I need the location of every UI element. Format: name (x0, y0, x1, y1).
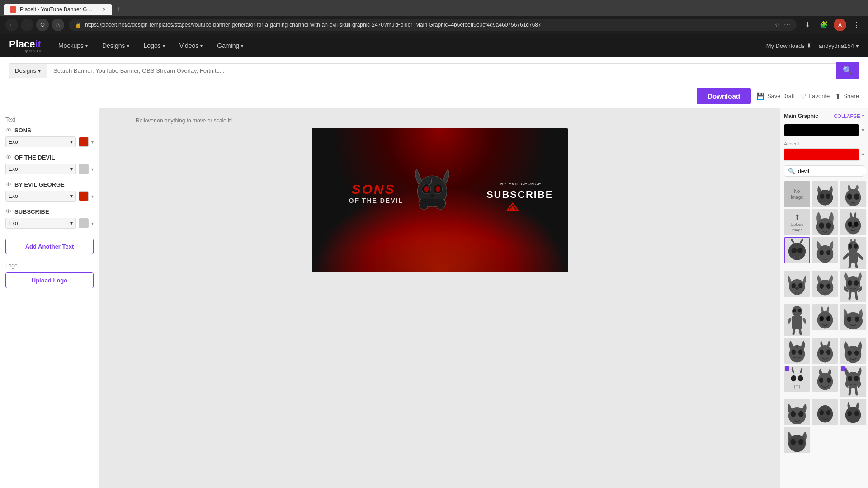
forward-button[interactable]: → (21, 19, 33, 31)
graphic-item-2[interactable] (840, 181, 866, 207)
favorite-button[interactable]: ♡ Favorite (800, 92, 830, 100)
nav-gaming[interactable]: Gaming ▾ (211, 38, 250, 53)
graphic-item-5[interactable] (784, 237, 810, 263)
save-draft-button[interactable]: 💾 Save Draft (756, 92, 795, 100)
graphic-item-23[interactable] (784, 427, 810, 453)
graphic-item-11[interactable] (784, 304, 810, 336)
svg-point-56 (792, 350, 796, 355)
graphic-item-1[interactable] (812, 181, 838, 207)
visibility-toggle-byevil[interactable]: 👁 (5, 181, 12, 188)
canvas-wrapper[interactable]: SONS OF THE DEVIL (312, 128, 568, 272)
new-tab-button[interactable]: + (112, 3, 126, 16)
visibility-toggle-devil[interactable]: 👁 (5, 154, 12, 161)
svg-point-49 (817, 311, 833, 328)
expand-subscribe[interactable]: ▾ (91, 221, 94, 226)
tab-title: Placeit - YouTube Banner Gene... (20, 6, 95, 13)
menu-icon[interactable]: ⋮ (850, 19, 863, 31)
graphic-item-3[interactable] (812, 209, 838, 235)
goat-skull-svg (786, 272, 808, 296)
share-button[interactable]: ⬆ Share (835, 92, 859, 100)
svg-point-53 (847, 317, 852, 322)
svg-point-30 (826, 250, 831, 256)
tab-close-btn[interactable]: × (103, 6, 106, 13)
back-button[interactable]: ← (5, 19, 18, 31)
user-menu-button[interactable]: andyydna154 ▾ (819, 42, 859, 49)
upload-logo-button[interactable]: Upload Logo (5, 272, 94, 288)
graphic-item-20[interactable] (784, 399, 810, 425)
graphic-item-21[interactable] (812, 399, 838, 425)
nav-videos[interactable]: Videos ▾ (173, 38, 209, 53)
color-swatch-sons[interactable] (79, 137, 89, 147)
logo-section-label: Logo (5, 263, 94, 269)
graphic-item-10[interactable] (840, 271, 866, 302)
graphic-no-image[interactable]: No Image (784, 181, 810, 207)
font-select-byevil[interactable]: Exo ▾ (5, 191, 76, 202)
font-select-subscribe[interactable]: Exo ▾ (5, 218, 76, 229)
font-select-sons[interactable]: Exo ▾ (5, 136, 76, 147)
expand-byevil[interactable]: ▾ (91, 194, 94, 199)
color-swatch-devil[interactable] (79, 164, 89, 174)
collapse-button[interactable]: COLLAPSE × (834, 113, 864, 119)
graphic-item-13[interactable] (840, 304, 866, 330)
address-bar[interactable]: 🔒 https://placeit.net/c/design-templates… (69, 19, 797, 31)
graphic-item-6[interactable] (812, 237, 838, 263)
graphic-item-18[interactable] (812, 366, 838, 392)
graphic-search-input[interactable] (798, 168, 866, 174)
banner-arrow[interactable] (506, 202, 519, 214)
svg-point-24 (851, 225, 855, 228)
svg-point-50 (820, 316, 824, 322)
graphic-item-8[interactable] (784, 271, 810, 297)
banner-sons-text[interactable]: SONS (352, 182, 396, 197)
visibility-toggle-subscribe[interactable]: 👁 (5, 208, 12, 215)
skull-svg (412, 164, 452, 223)
nav-mockups[interactable]: Mockups ▾ (52, 38, 94, 53)
banner-subscribe-text[interactable]: SUBSCRIBE (486, 189, 553, 201)
expand-devil[interactable]: ▾ (91, 167, 94, 172)
graphic-item-16[interactable] (840, 338, 866, 364)
svg-point-55 (789, 345, 805, 362)
graphic-item-15[interactable] (812, 338, 838, 364)
add-text-button[interactable]: Add Another Text (5, 239, 94, 254)
font-select-devil[interactable]: Exo ▾ (5, 164, 76, 174)
downloads-icon[interactable]: ⬇ (801, 19, 814, 31)
search-button[interactable]: 🔍 (836, 62, 859, 79)
logo[interactable]: Placeit by envato (9, 38, 41, 53)
graphic-item-17[interactable] (784, 366, 810, 392)
profile-icon[interactable]: A (834, 19, 846, 31)
extensions-icon[interactable]: ⋯ (784, 21, 790, 28)
expand-sons[interactable]: ▾ (91, 140, 94, 145)
active-tab[interactable]: Placeit - YouTube Banner Gene... × (4, 4, 112, 15)
nav-logos[interactable]: Logos ▾ (137, 38, 171, 53)
banner-devil-text[interactable]: OF THE DEVIL (349, 197, 403, 204)
accent-color-bar[interactable] (784, 148, 859, 161)
accent-color-dropdown[interactable]: ▾ (862, 151, 864, 158)
graphic-item-12[interactable] (812, 304, 838, 330)
banner-skull-graphic[interactable] (412, 164, 452, 225)
my-downloads-button[interactable]: My Downloads ⬇ (766, 42, 811, 49)
extensions-toolbar-icon[interactable]: 🧩 (817, 19, 830, 31)
graphic-item-9[interactable] (812, 271, 838, 297)
graphic-item-4[interactable] (840, 209, 866, 235)
svg-point-27 (797, 248, 803, 253)
main-color-dropdown[interactable]: ▾ (862, 127, 864, 133)
banner-byevil-text[interactable]: BY EVIL GEORGE (500, 182, 542, 186)
download-button[interactable]: Download (697, 88, 751, 104)
bookmark-icon[interactable]: ☆ (774, 21, 780, 28)
text-devil-value: OF THE DEVIL (14, 154, 94, 161)
nav-designs[interactable]: Designs ▾ (96, 38, 136, 53)
visibility-toggle-sons[interactable]: 👁 (5, 127, 12, 134)
graphic-item-7[interactable] (840, 237, 866, 269)
main-color-bar[interactable] (784, 124, 859, 136)
accent-color-row: Accent ▾ (784, 141, 864, 161)
graphic-item-19[interactable] (840, 366, 866, 397)
color-swatch-subscribe[interactable] (79, 218, 89, 228)
graphic-upload[interactable]: ⬆ Upload Image (784, 209, 810, 235)
graphic-item-14[interactable] (784, 338, 810, 364)
search-input[interactable] (47, 64, 836, 78)
browser-toolbar-right: ⬇ 🧩 A ⋮ (801, 19, 863, 31)
home-button[interactable]: ⌂ (52, 19, 64, 31)
color-swatch-byevil[interactable] (79, 191, 89, 201)
graphic-item-22[interactable] (840, 399, 866, 425)
search-type-select[interactable]: Designs ▾ (9, 63, 47, 78)
refresh-button[interactable]: ↻ (36, 19, 49, 31)
